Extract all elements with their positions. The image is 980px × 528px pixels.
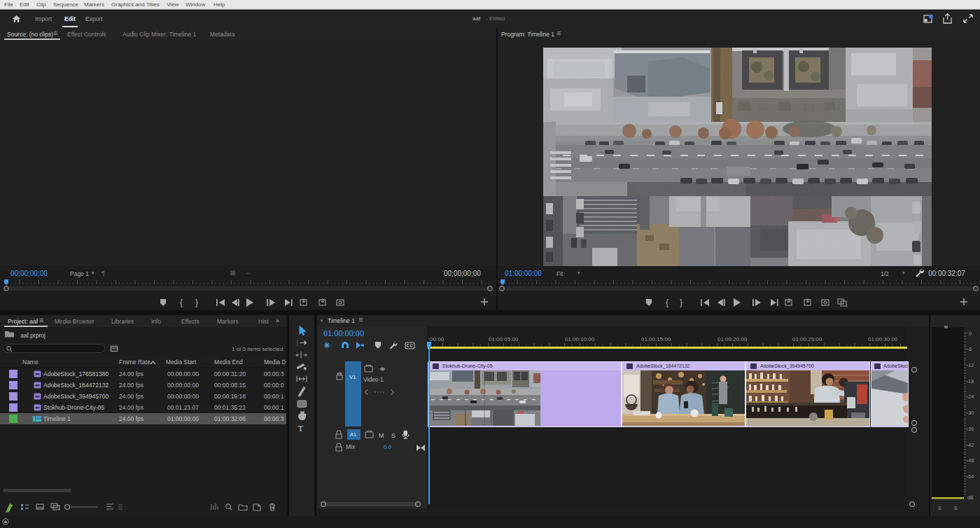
svg-text:M: M bbox=[379, 432, 384, 439]
svg-text:}: } bbox=[195, 298, 198, 307]
svg-text:01:00:30:00: 01:00:30:00 bbox=[868, 336, 898, 342]
svg-text:01:00:10:00: 01:00:10:00 bbox=[565, 336, 595, 342]
svg-text:-36: -36 bbox=[967, 426, 974, 431]
svg-text:S: S bbox=[954, 506, 958, 510]
svg-text::00:00: :00:00 bbox=[428, 336, 444, 342]
svg-text:-30: -30 bbox=[967, 410, 974, 415]
svg-text:0: 0 bbox=[969, 331, 972, 336]
svg-text:-6: -6 bbox=[967, 347, 972, 352]
svg-text:{: { bbox=[180, 298, 183, 307]
svg-text:-48: -48 bbox=[967, 458, 974, 463]
svg-text:01:00:05:00: 01:00:05:00 bbox=[489, 336, 519, 342]
svg-text:T: T bbox=[298, 423, 304, 433]
svg-text:dB: dB bbox=[967, 495, 974, 500]
svg-text:-24: -24 bbox=[967, 394, 974, 399]
svg-text:01:00:20:00: 01:00:20:00 bbox=[718, 336, 748, 342]
svg-text:-42: -42 bbox=[967, 443, 974, 447]
svg-text:{: { bbox=[666, 298, 668, 307]
svg-text:S: S bbox=[391, 432, 396, 439]
svg-text:01:00:15:00: 01:00:15:00 bbox=[641, 336, 671, 342]
svg-text:-12: -12 bbox=[967, 363, 974, 368]
svg-text:}: } bbox=[680, 298, 682, 307]
svg-text:-18: -18 bbox=[967, 379, 974, 384]
svg-text:S: S bbox=[938, 506, 941, 510]
svg-text:-54: -54 bbox=[967, 474, 974, 479]
svg-text:01:00:25:00: 01:00:25:00 bbox=[792, 336, 822, 342]
